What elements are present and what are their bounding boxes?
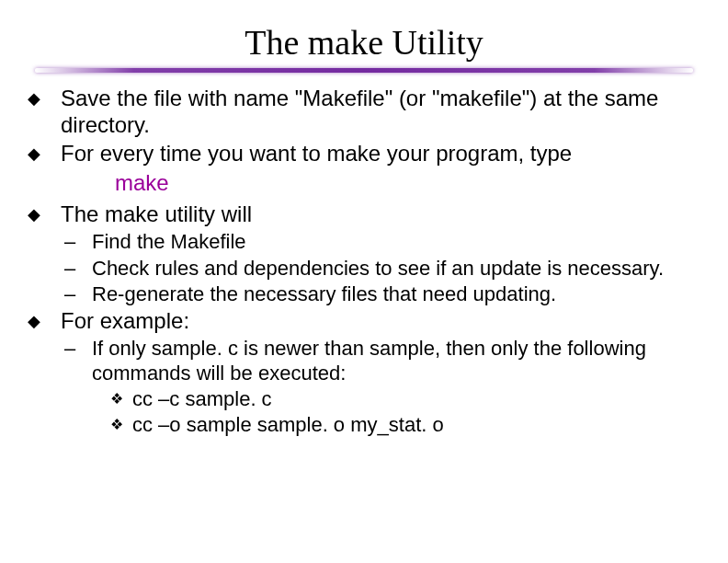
subsubbullet-cc-o: ❖ cc –o sample sample. o my_stat. o [110, 413, 700, 437]
diamond-icon: ◆ [28, 201, 61, 228]
diamond-outline-icon: ❖ [110, 413, 132, 437]
bullet-text: cc –o sample sample. o my_stat. o [132, 413, 700, 437]
subbullet-find-makefile: – Find the Makefile [64, 230, 700, 254]
diamond-outline-icon: ❖ [110, 387, 132, 411]
subsubbullet-cc-c: ❖ cc –c sample. c [110, 387, 700, 411]
diamond-icon: ◆ [28, 86, 61, 139]
dash-icon: – [64, 337, 92, 385]
bullet-text: The make utility will [61, 201, 700, 228]
bullet-text: Check rules and dependencies to see if a… [92, 257, 700, 281]
diamond-icon: ◆ [28, 141, 61, 167]
bullet-save-file: ◆ Save the file with name "Makefile" (or… [28, 86, 700, 139]
bullet-text: If only sample. c is newer than sample, … [92, 337, 700, 385]
subbullet-if-only-sample: – If only sample. c is newer than sample… [64, 337, 700, 385]
dash-icon: – [64, 257, 92, 281]
text-post: utility will [159, 201, 252, 226]
bullet-text: Re-generate the necessary files that nee… [92, 282, 700, 306]
subbullet-regenerate: – Re-generate the necessary files that n… [64, 282, 700, 306]
subbullet-check-rules: – Check rules and dependencies to see if… [64, 257, 700, 281]
slide-title: The make Utility [0, 0, 728, 68]
text-pre: The [61, 201, 105, 226]
dash-icon: – [64, 230, 92, 254]
dash-icon: – [64, 282, 92, 306]
bullet-text: cc –c sample. c [132, 387, 700, 411]
bullet-for-example: ◆ For example: [28, 308, 700, 335]
bullet-text: For every time you want to make your pro… [61, 141, 700, 167]
diamond-icon: ◆ [28, 308, 61, 335]
title-underline [35, 68, 693, 73]
code-inline: make [105, 201, 159, 226]
bullet-text: Find the Makefile [92, 230, 700, 254]
code-make: make [115, 168, 700, 201]
slide-body: ◆ Save the file with name "Makefile" (or… [0, 86, 728, 438]
bullet-text: For example: [61, 308, 700, 335]
bullet-make-utility-will: ◆ The make utility will [28, 201, 700, 228]
bullet-text: Save the file with name "Makefile" (or "… [61, 86, 700, 139]
bullet-for-every-time: ◆ For every time you want to make your p… [28, 141, 700, 167]
